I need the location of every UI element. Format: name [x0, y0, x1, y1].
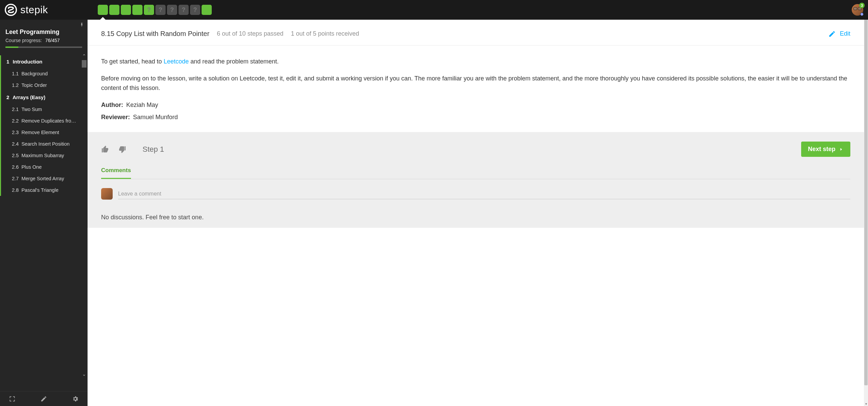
step-pill-7[interactable]: ?	[167, 5, 177, 15]
progress-bar	[5, 47, 82, 48]
course-header: Leet Programming Course progress: 76/457	[0, 27, 88, 53]
step-pill-1[interactable]	[98, 5, 108, 15]
leetcode-link[interactable]: Leetcode	[164, 58, 189, 65]
page-scroll-thumb[interactable]	[864, 5, 868, 385]
step-pill-8[interactable]: ?	[178, 5, 189, 15]
section-1[interactable]: 1 Introduction	[0, 55, 88, 68]
lesson-2.7[interactable]: 2.7Merge Sorted Array	[0, 173, 88, 184]
intro-para-2: Before moving on to the lesson, write a …	[101, 74, 850, 93]
thumbs-up-icon[interactable]	[101, 145, 109, 153]
step-pills: ?????	[98, 5, 212, 15]
lesson-2.8[interactable]: 2.8Pascal's Triangle	[0, 184, 88, 196]
thumbs-down-icon[interactable]	[118, 145, 126, 153]
comments-section: No discussions. Feel free to start one.	[88, 179, 864, 228]
top-bar: stepik ????? 3	[0, 0, 868, 20]
lesson-content: To get started, head to Leetcode and rea…	[88, 45, 864, 132]
step-pill-2[interactable]	[109, 5, 119, 15]
page-scrollbar[interactable]: ▴ ▾	[864, 0, 868, 406]
sidebar-footer	[0, 391, 88, 406]
fullscreen-icon[interactable]	[9, 395, 16, 402]
author-line: Author: Keziah May	[101, 100, 850, 110]
intro-para-1: To get started, head to Leetcode and rea…	[101, 57, 850, 67]
lesson-2.2[interactable]: 2.2Remove Duplicates fro…	[0, 115, 88, 127]
lesson-2.3[interactable]: 2.3Remove Element	[0, 127, 88, 138]
brand-logo[interactable]: stepik	[5, 4, 93, 16]
lesson-2.1[interactable]: 2.1Two Sum	[0, 104, 88, 115]
step-label: Step 1	[143, 145, 164, 154]
next-step-button[interactable]: Next step	[801, 142, 850, 157]
chevron-right-icon	[839, 147, 844, 152]
scrollbar-thumb[interactable]	[82, 60, 87, 68]
edit-lesson-button[interactable]: Edit	[828, 30, 850, 38]
course-nav: ⌃ 1 Introduction1.1Background1.2Topic Or…	[0, 53, 88, 391]
tab-comments[interactable]: Comments	[101, 167, 131, 179]
edit-icon[interactable]	[40, 395, 47, 402]
lesson-2.4[interactable]: 2.4Search Insert Position	[0, 138, 88, 150]
lesson-1.2[interactable]: 1.2Topic Order	[0, 79, 88, 91]
comment-avatar	[101, 188, 113, 200]
scroll-down-button[interactable]: ▾	[864, 401, 868, 406]
step-pill-6[interactable]: ?	[155, 5, 166, 15]
lesson-2.6[interactable]: 2.6Plus One	[0, 161, 88, 173]
steps-stat: 6 out of 10 steps passed	[217, 30, 283, 37]
main-content: 8.15 Copy List with Random Pointer 6 out…	[88, 20, 864, 406]
settings-icon[interactable]	[72, 395, 79, 402]
notification-badge: 3	[859, 3, 865, 8]
no-discussions-text: No discussions. Feel free to start one.	[101, 214, 850, 221]
sidebar: Leet Programming Course progress: 76/457…	[0, 20, 88, 406]
reviewer-line: Reviewer: Samuel Munford	[101, 113, 850, 122]
user-avatar[interactable]: 3	[852, 4, 863, 16]
lesson-2.5[interactable]: 2.5Maximum Subarray	[0, 150, 88, 161]
pin-icon[interactable]	[79, 22, 84, 27]
course-progress-label: Course progress: 76/457	[5, 38, 82, 43]
step-pill-5[interactable]: ?	[144, 5, 154, 15]
step-pill-10[interactable]	[202, 5, 212, 15]
pencil-icon	[828, 30, 836, 38]
section-2[interactable]: 2 Arrays (Easy)	[0, 91, 88, 104]
course-title: Leet Programming	[5, 29, 82, 36]
brand-name: stepik	[20, 4, 48, 16]
step-pill-9[interactable]: ?	[190, 5, 200, 15]
lesson-title: 8.15 Copy List with Random Pointer	[101, 30, 209, 38]
step-pill-4[interactable]	[132, 5, 143, 15]
comment-tabs: Comments	[101, 167, 850, 179]
step-footer: Step 1 Next step Comments	[88, 132, 864, 179]
stepik-logo-icon	[5, 4, 17, 16]
comment-input[interactable]	[118, 189, 850, 199]
scroll-down-icon[interactable]: ⌄	[82, 371, 86, 377]
scroll-up-icon[interactable]: ⌃	[82, 53, 86, 59]
lesson-header: 8.15 Copy List with Random Pointer 6 out…	[88, 20, 864, 45]
lesson-1.1[interactable]: 1.1Background	[0, 68, 88, 79]
points-stat: 1 out of 5 points received	[291, 30, 359, 37]
step-pill-3[interactable]	[121, 5, 131, 15]
online-dot-icon	[860, 13, 864, 16]
